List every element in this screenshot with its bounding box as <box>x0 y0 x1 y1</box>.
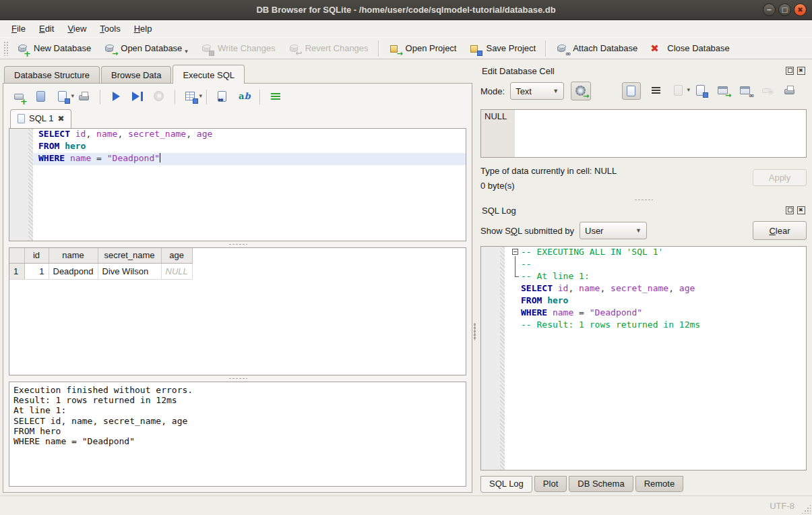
toolbar-button-label: Open Project <box>406 43 457 53</box>
column-header-id[interactable]: id <box>24 248 49 263</box>
toolbar-button-label: Attach Database <box>573 43 637 53</box>
filter-label: Show SQL submitted by <box>480 226 574 236</box>
dock-tabbar: SQL LogPlotDB SchemaRemote <box>480 476 807 493</box>
copy-link-icon[interactable]: ∞ <box>739 84 752 97</box>
dock-tab-sql-log[interactable]: SQL Log <box>480 476 532 493</box>
float-dock-icon[interactable] <box>786 67 794 75</box>
database-save-icon <box>200 42 214 55</box>
open-external-icon[interactable]: → <box>716 84 730 97</box>
editor-results-splitter[interactable] <box>9 241 466 247</box>
tab-database-structure[interactable]: Database Structure <box>4 66 100 83</box>
chevron-down-icon: ▼ <box>553 88 559 94</box>
cell-info-row: Type of data currently in cell: NULL 0 b… <box>480 166 807 197</box>
close-database-button[interactable]: ✖Close Database <box>644 39 736 58</box>
project-save-icon <box>468 42 482 55</box>
chevron-down-icon: ▼ <box>635 227 642 234</box>
code-line: 2-- <box>481 259 806 271</box>
table-cell[interactable]: Dive Wilson <box>98 263 161 279</box>
cell-editor-toolbar: ▾→∞ <box>622 82 797 100</box>
column-header-name[interactable]: name <box>49 248 98 263</box>
find-icon[interactable]: ●● <box>216 90 229 103</box>
auto-switch-mode-button[interactable]: → <box>571 82 591 100</box>
dock-splitter[interactable] <box>480 197 807 203</box>
execution-message: Execution finished without errors. Resul… <box>9 382 466 487</box>
close-button[interactable]: ✖ <box>794 3 807 16</box>
code-line: 3WHERE name = "Deadpond" <box>9 153 466 165</box>
code-line: 4SELECT id, name, secret_name, age <box>481 283 806 295</box>
clear-log-button[interactable]: Clear <box>753 221 807 240</box>
row-header[interactable]: 1 <box>9 263 24 279</box>
cell-mode-row: Mode: Text ▼ → ▾→∞ <box>480 81 807 101</box>
menu-tools[interactable]: Tools <box>94 22 126 36</box>
window-controls: − □ ✖ <box>763 3 807 16</box>
panel-splitter[interactable] <box>472 60 477 495</box>
new-database-button[interactable]: +New Database <box>10 39 97 58</box>
close-dock-icon[interactable] <box>797 206 805 214</box>
results-grid: idnamesecret_nameage11DeadpondDive Wilso… <box>9 247 466 375</box>
dropdown-caret-icon[interactable]: ▾ <box>185 48 188 55</box>
toolbar-separator <box>545 40 546 57</box>
code-text: -- EXECUTING ALL IN 'SQL 1' <box>505 247 806 259</box>
save-sql-file-icon[interactable] <box>56 90 69 103</box>
open-project-button[interactable]: →Open Project <box>382 39 463 58</box>
toolbar-drag-handle[interactable] <box>3 41 8 56</box>
results-table: idnamesecret_nameage11DeadpondDive Wilso… <box>9 248 193 280</box>
dock-tab-db-schema[interactable]: DB Schema <box>569 476 633 492</box>
menu-edit[interactable]: Edit <box>33 22 60 36</box>
dropdown-caret-icon[interactable]: ▾ <box>71 92 74 104</box>
export-to-file-icon[interactable] <box>694 84 708 97</box>
column-header-age[interactable]: age <box>161 248 192 263</box>
minimize-button[interactable]: − <box>763 3 776 16</box>
execute-all-icon[interactable] <box>109 90 123 103</box>
results-message-splitter[interactable] <box>9 375 466 382</box>
float-dock-icon[interactable] <box>786 206 794 214</box>
word-wrap-icon[interactable] <box>650 84 663 97</box>
tab-browse-data[interactable]: Browse Data <box>101 66 171 83</box>
open-sql-file-icon[interactable] <box>34 90 48 103</box>
text-mode-icon[interactable] <box>625 84 638 98</box>
column-header-secret-name[interactable]: secret_name <box>98 248 161 263</box>
mode-select[interactable]: Text ▼ <box>510 82 564 100</box>
database-plus-icon: + <box>16 42 30 55</box>
close-dock-icon[interactable] <box>797 67 805 75</box>
window-title: DB Browser for SQLite - /home/user/code/… <box>0 5 812 15</box>
table-cell[interactable]: 1 <box>24 263 49 279</box>
tab-execute-sql[interactable]: Execute SQL <box>173 65 245 84</box>
menu-help[interactable]: Help <box>128 22 158 36</box>
table-cell[interactable]: NULL <box>161 263 192 279</box>
fold-marker-icon[interactable] <box>510 247 521 259</box>
gear-icon: → <box>574 84 588 98</box>
dock-tab-remote[interactable]: Remote <box>635 476 684 492</box>
code-line: 1SELECT id, name, secret_name, age <box>9 129 466 141</box>
sql-log-view[interactable]: 1-- EXECUTING ALL IN 'SQL 1'2--3-- At li… <box>480 246 807 471</box>
resize-grip-icon[interactable] <box>801 504 811 514</box>
save-project-button[interactable]: Save Project <box>462 39 542 58</box>
menu-file[interactable]: File <box>5 22 32 36</box>
titlebar: DB Browser for SQLite - /home/user/code/… <box>0 0 812 20</box>
table-cell[interactable]: Deadpond <box>49 263 98 279</box>
print-icon[interactable] <box>783 84 797 97</box>
sql-file-tab[interactable]: SQL 1 ✖ <box>10 109 71 128</box>
dropdown-caret-icon[interactable]: ▾ <box>199 92 202 104</box>
open-database-button[interactable]: →Open Database▾ <box>97 39 194 58</box>
maximize-button[interactable]: □ <box>778 3 791 16</box>
print-icon[interactable] <box>77 90 91 103</box>
encoding-indicator[interactable]: UTF-8 <box>770 501 794 511</box>
corner-header <box>9 248 24 263</box>
open-sql-tab-icon[interactable]: + <box>13 90 26 103</box>
dock-tab-plot[interactable]: Plot <box>534 476 567 492</box>
apply-button[interactable]: Apply <box>753 169 807 186</box>
execute-current-line-icon[interactable] <box>131 90 144 103</box>
close-tab-icon[interactable]: ✖ <box>57 114 64 123</box>
cell-editor[interactable]: NULL <box>480 109 807 158</box>
sql-submitter-select[interactable]: User ▼ <box>580 222 647 239</box>
export-results-icon[interactable] <box>184 90 197 103</box>
sql-editor-toolbar: +▾▾●●ab <box>9 89 466 109</box>
text-mode-button[interactable] <box>622 82 641 100</box>
attach-database-button[interactable]: ∞Attach Database <box>549 39 644 58</box>
word-wrap-icon[interactable] <box>269 90 282 103</box>
auto-format-icon[interactable]: ab <box>237 90 251 103</box>
menu-view[interactable]: View <box>61 22 92 36</box>
execute-sql-panel: +▾▾●●ab SQL 1 ✖ 1SELECT id, name, secret… <box>3 83 472 493</box>
sql-editor[interactable]: 1SELECT id, name, secret_name, age2FROM … <box>9 128 466 241</box>
